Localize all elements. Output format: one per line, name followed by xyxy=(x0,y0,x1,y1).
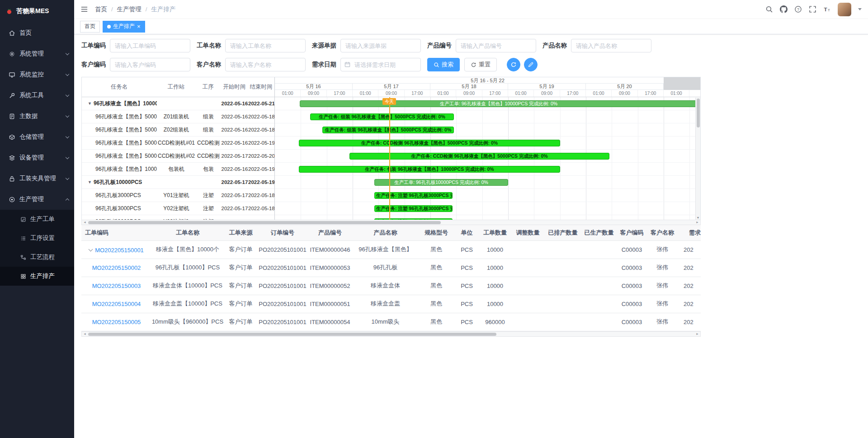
search-button[interactable]: 搜索 xyxy=(427,58,460,71)
gantt-bar[interactable]: 生产任务: 组装 96孔移液盒【黑色】5000PCS 完成比例: 0% xyxy=(322,127,454,133)
gantt-bar[interactable]: 生产工单: 96孔孔板10000PCS 完成比例: 0% xyxy=(374,179,508,186)
orders-cell: 张伟 xyxy=(646,240,678,259)
sidebar-subitem-process-flow[interactable]: 工艺流程 xyxy=(0,248,74,267)
tab-home[interactable]: 首页 xyxy=(80,21,100,33)
gantt-bar-label: 生产任务: 组装 96孔移液盒【黑色】5000PCS 完成比例: 0% xyxy=(325,127,451,133)
gantt-bar[interactable]: 生产任务: CCD检测 96孔移液盒【黑色】5000PCS 完成比例: 0% xyxy=(349,153,609,160)
edit-button[interactable] xyxy=(524,58,538,71)
tools-icon xyxy=(9,92,15,99)
sidebar-subitem-process-settings[interactable]: 工序设置 xyxy=(0,229,74,248)
sidebar-item-system-monitor[interactable]: 系统监控 xyxy=(0,64,74,85)
sidebar-item-fixture-management[interactable]: 工装夹具管理 xyxy=(0,168,74,189)
gantt-task-row[interactable]: 96孔移液盒【黑色】5000PCSZ02组装机组装2022-05-162022-… xyxy=(82,123,274,137)
table-row[interactable]: MO20220515000510mm吸头【960000】PCS客户订单PO202… xyxy=(81,313,701,331)
sidebar-item-system-tools[interactable]: 系统工具 xyxy=(0,85,74,106)
refresh-gantt-button[interactable] xyxy=(507,58,520,71)
reset-button[interactable]: 重置 xyxy=(464,58,497,71)
customer-name-input[interactable] xyxy=(225,58,306,71)
sidebar-subitem-production-scheduling[interactable]: 生产排产 xyxy=(0,267,74,286)
work-order-link[interactable]: MO202205150003 xyxy=(92,283,141,289)
work-order-link[interactable]: MO202205150002 xyxy=(92,264,141,271)
table-row[interactable]: MO202205150003移液盒盒体【10000】PCS客户订单PO20220… xyxy=(81,277,701,295)
orders-cell: 客户订单 xyxy=(224,240,258,259)
gantt-task-row[interactable]: 96孔移液盒【黑色】10000PCS包装机包装2022-05-162022-05… xyxy=(82,163,274,176)
gantt-task-end: 2022-05-19 xyxy=(248,166,274,172)
work-order-link[interactable]: MO202205150004 xyxy=(92,301,141,307)
demand-date-input[interactable] xyxy=(340,58,421,71)
hamburger-icon[interactable] xyxy=(80,5,88,13)
font-size-icon[interactable]: TT xyxy=(823,5,831,13)
gantt-task-name: 96孔孔板3000PCS xyxy=(95,205,141,212)
gantt-bar[interactable]: 生产工单: 96孔移液盒【黑色】10000PCS 完成比例: 0% xyxy=(300,100,698,107)
scroll-down-arrow[interactable]: ▼ xyxy=(696,216,700,219)
work-order-link[interactable]: MO202205150005 xyxy=(92,319,141,325)
orders-cell: 客户订单 xyxy=(224,259,258,277)
table-row[interactable]: MO20220515000296孔孔板【10000】PCS客户订单PO20220… xyxy=(81,259,701,277)
sidebar-subitem-production-work-order[interactable]: 生产工单 xyxy=(0,210,74,229)
pencil-icon xyxy=(528,61,534,68)
gantt-task-row[interactable]: 96孔移液盒【黑色】5000PCSCCD检测机#02CCD检测2022-05-1… xyxy=(82,150,274,163)
gantt-bar[interactable]: 生产任务: CCD检测 96孔移液盒【黑色】5000PCS 完成比例: 0% xyxy=(299,140,560,146)
help-icon[interactable]: ? xyxy=(794,5,802,13)
sidebar-item-production-management[interactable]: 生产管理 xyxy=(0,189,74,210)
customer-code-input[interactable] xyxy=(110,58,190,71)
sidebar-item-home[interactable]: 首页 xyxy=(0,23,74,43)
gantt-task-row[interactable]: 96孔移液盒【黑色】5000PCSCCD检测机#01CCD检测2022-05-1… xyxy=(82,137,274,150)
gantt-task-end: 2022-05-20 xyxy=(248,153,274,159)
gantt-task-row[interactable]: 96孔移液盒【黑色】5000PCSZ01组装机组装2022-05-162022-… xyxy=(82,110,274,123)
close-icon[interactable]: × xyxy=(137,24,141,29)
gantt-bar[interactable]: 生产任务: 注塑 96孔孔板3000PCS 完成比例: 0% xyxy=(374,192,453,199)
filter-row-2: 客户编码客户名称需求日期 搜索 重置 xyxy=(81,58,861,71)
gantt-vertical-scrollbar[interactable]: ▼ xyxy=(695,98,700,220)
gantt-horizontal-scrollbar[interactable]: ◄ ► xyxy=(81,220,701,225)
work-order-name-input[interactable] xyxy=(225,39,306,52)
tab-production-scheduling[interactable]: 生产排产× xyxy=(103,21,145,33)
scroll-right-arrow[interactable]: ► xyxy=(696,221,699,224)
caret-down-icon[interactable]: ▼ xyxy=(88,180,92,184)
avatar[interactable] xyxy=(838,3,851,16)
gantt-bar[interactable]: 生产任务: 注塑 96孔孔板3000PCS 完成比例: 0% xyxy=(374,205,453,212)
table-row[interactable]: MO202205150001移液盒【黑色】10000个客户订单PO2022051… xyxy=(81,240,701,259)
gantt-timeline: 5月 16 - 5月 22 5月 165月 175月 185月 195月 20 … xyxy=(275,77,700,220)
sidebar-item-equipment-management[interactable]: 设备管理 xyxy=(0,147,74,168)
gantt-bar[interactable]: 生产任务: 组装 96孔移液盒【黑色】5000PCS 完成比例: 0% xyxy=(310,113,454,120)
product-code-input[interactable] xyxy=(456,39,536,52)
gantt-bar[interactable]: 生产任务: 注塑 96孔孔板3000PCS 完成比例: 0% xyxy=(374,218,453,220)
gantt-bar[interactable]: 生产任务: 包装 96孔移液盒【黑色】10000PCS 完成比例: 0% xyxy=(299,166,560,173)
gantt-task-row[interactable]: 96孔孔板3000PCSY03注塑机注塑2022-05-172022-05-18 xyxy=(82,215,274,220)
sidebar-item-system-management[interactable]: 系统管理 xyxy=(0,43,74,64)
gantt-chart-body: 生产工单: 96孔移液盒【黑色】10000PCS 完成比例: 0%生产任务: 组… xyxy=(275,97,700,220)
caret-down-icon[interactable] xyxy=(858,8,862,10)
fullscreen-icon[interactable] xyxy=(809,5,816,13)
app-root: 苦糖果MES 首页系统管理系统监控系统工具主数据仓储管理设备管理工装夹具管理生产… xyxy=(0,0,868,438)
gantt-task-row[interactable]: 96孔孔板3000PCSY02注塑机注塑2022-05-172022-05-18 xyxy=(82,202,274,215)
work-order-code-input[interactable] xyxy=(110,39,190,52)
breadcrumb-item[interactable]: 首页 xyxy=(95,5,107,14)
sidebar-menu: 首页系统管理系统监控系统工具主数据仓储管理设备管理工装夹具管理生产管理生产工单工… xyxy=(0,23,74,438)
gantt-chart-row: 生产任务: 注塑 96孔孔板3000PCS 完成比例: 0% xyxy=(275,215,700,220)
gantt-task-row[interactable]: ▼96孔移液盒【黑色】10000PCS2022-05-162022-05-21 xyxy=(82,97,274,110)
work-order-link[interactable]: MO202205150001 xyxy=(95,247,144,254)
scrollbar-thumb[interactable] xyxy=(88,333,496,336)
scroll-right-arrow[interactable]: ► xyxy=(696,332,699,335)
product-name-input[interactable] xyxy=(571,39,651,52)
filter-label: 工单编码 xyxy=(81,42,106,50)
sidebar-item-master-data[interactable]: 主数据 xyxy=(0,106,74,127)
scrollbar-thumb[interactable] xyxy=(88,221,441,224)
search-icon[interactable] xyxy=(765,5,773,13)
gantt-table-rows: ▼96孔移液盒【黑色】10000PCS2022-05-162022-05-219… xyxy=(82,97,274,220)
scrollbar-thumb[interactable] xyxy=(697,99,700,127)
gantt-task-row[interactable]: 96孔孔板3000PCSY01注塑机注塑2022-05-172022-05-18 xyxy=(82,189,274,202)
app-logo: 苦糖果MES xyxy=(0,0,74,23)
scroll-left-arrow[interactable]: ◄ xyxy=(83,332,86,335)
table-row[interactable]: MO202205150004移液盒盒盖【10000】PCS客户订单PO20220… xyxy=(81,295,701,313)
breadcrumb-item[interactable]: 生产管理 xyxy=(117,5,142,14)
caret-down-icon[interactable]: ▼ xyxy=(88,101,92,106)
github-icon[interactable] xyxy=(780,5,788,13)
orders-horizontal-scrollbar[interactable]: ◄ ► xyxy=(81,331,701,337)
expand-caret-icon[interactable] xyxy=(89,247,93,252)
gantt-task-row[interactable]: ▼96孔孔板10000PCS2022-05-172022-05-19 xyxy=(82,176,274,189)
scroll-left-arrow[interactable]: ◄ xyxy=(83,221,86,224)
sidebar-item-warehouse-management[interactable]: 仓储管理 xyxy=(0,127,74,147)
source-doc-input[interactable] xyxy=(340,39,421,52)
